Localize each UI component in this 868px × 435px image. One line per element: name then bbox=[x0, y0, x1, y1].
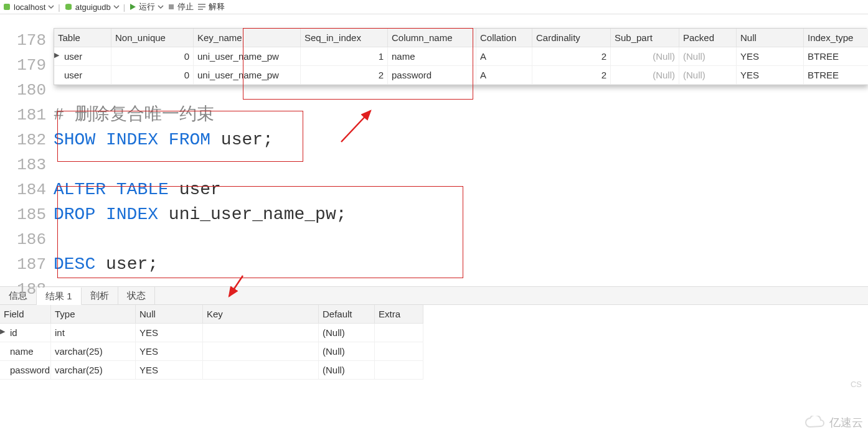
stop-button[interactable]: 停止 bbox=[167, 1, 194, 12]
cell[interactable] bbox=[203, 361, 319, 380]
cell[interactable]: ▶user bbox=[54, 47, 111, 66]
cell[interactable]: uni_user_name_pw bbox=[194, 47, 301, 66]
col-extra[interactable]: Extra bbox=[375, 305, 423, 324]
sql-editor: Table Non_unique Key_name Seq_in_index C… bbox=[0, 14, 868, 286]
cell[interactable] bbox=[375, 361, 423, 380]
cell[interactable]: A bbox=[476, 66, 532, 85]
cell[interactable] bbox=[203, 342, 319, 361]
toolbar: localhost | atguigudb | 运行 停止 解释 bbox=[0, 0, 868, 14]
col-table[interactable]: Table bbox=[54, 29, 111, 47]
code-line: # 删除复合唯一约束 bbox=[54, 103, 868, 128]
code-line: SHOW INDEX FROM user; bbox=[54, 128, 868, 152]
connection-label: localhost bbox=[14, 2, 45, 12]
line-number: 181 bbox=[0, 103, 46, 128]
separator: | bbox=[58, 2, 60, 12]
cell[interactable]: name bbox=[388, 47, 476, 66]
line-number: 183 bbox=[0, 152, 46, 177]
chevron-down-icon bbox=[158, 4, 164, 10]
col-null[interactable]: Null bbox=[737, 29, 804, 47]
chevron-down-icon bbox=[48, 4, 54, 10]
run-button[interactable]: 运行 bbox=[129, 1, 164, 12]
svg-rect-0 bbox=[4, 4, 10, 10]
index-result-grid[interactable]: Table Non_unique Key_name Seq_in_index C… bbox=[54, 29, 866, 85]
cs-watermark: CS bbox=[851, 380, 862, 389]
run-label: 运行 bbox=[139, 1, 155, 12]
cloud-icon bbox=[804, 416, 826, 429]
code-line: DROP INDEX uni_user_name_pw; bbox=[54, 202, 868, 227]
tab-result-1[interactable]: 结果 1 bbox=[37, 288, 82, 305]
svg-rect-2 bbox=[169, 4, 174, 9]
line-number: 179 bbox=[0, 53, 46, 78]
cell[interactable]: ▶id bbox=[0, 324, 51, 342]
cell[interactable]: 1 bbox=[301, 47, 388, 66]
line-number: 187 bbox=[0, 252, 46, 277]
cell[interactable]: 2 bbox=[301, 66, 388, 85]
explain-icon bbox=[197, 3, 206, 11]
code-line bbox=[54, 152, 868, 177]
connection-icon bbox=[2, 2, 11, 11]
cell[interactable]: YES bbox=[136, 324, 203, 342]
col-sub-part[interactable]: Sub_part bbox=[611, 29, 679, 47]
col-type[interactable]: Type bbox=[51, 305, 136, 324]
cell[interactable]: 2 bbox=[532, 66, 611, 85]
row-marker-icon: ▶ bbox=[0, 327, 5, 335]
cell[interactable] bbox=[375, 324, 423, 342]
cell[interactable]: 0 bbox=[111, 47, 194, 66]
col-column-name[interactable]: Column_name bbox=[388, 29, 476, 47]
cell[interactable]: YES bbox=[136, 342, 203, 361]
col-default[interactable]: Default bbox=[319, 305, 375, 324]
cell[interactable]: BTREE bbox=[804, 66, 868, 85]
line-number: 186 bbox=[0, 227, 46, 252]
cell[interactable]: BTREE bbox=[804, 47, 868, 66]
col-collation[interactable]: Collation bbox=[476, 29, 532, 47]
cell[interactable]: password bbox=[0, 361, 51, 380]
cell[interactable]: (Null) bbox=[319, 361, 375, 380]
cell[interactable]: user bbox=[54, 66, 111, 85]
index-result-panel: Table Non_unique Key_name Seq_in_index C… bbox=[54, 28, 867, 85]
col-key-name[interactable]: Key_name bbox=[194, 29, 301, 47]
col-seq-in-index[interactable]: Seq_in_index bbox=[301, 29, 388, 47]
cell[interactable]: int bbox=[51, 324, 136, 342]
desc-result-panel: Field Type Null Key Default Extra ▶id in… bbox=[0, 305, 868, 380]
col-field[interactable]: Field bbox=[0, 305, 51, 324]
stop-label: 停止 bbox=[177, 1, 194, 12]
col-non-unique[interactable]: Non_unique bbox=[111, 29, 194, 47]
database-label: atguigudb bbox=[75, 2, 111, 12]
cell[interactable]: (Null) bbox=[319, 324, 375, 342]
cell[interactable]: (Null) bbox=[319, 342, 375, 361]
separator: | bbox=[123, 2, 125, 12]
desc-result-grid[interactable]: Field Type Null Key Default Extra ▶id in… bbox=[0, 305, 868, 380]
cell[interactable]: YES bbox=[737, 66, 804, 85]
cell[interactable] bbox=[375, 342, 423, 361]
cell[interactable]: name bbox=[0, 342, 51, 361]
cell[interactable]: 2 bbox=[532, 47, 611, 66]
chevron-down-icon bbox=[113, 4, 120, 10]
connection-combo[interactable]: localhost bbox=[2, 2, 54, 12]
cell[interactable]: 0 bbox=[111, 66, 194, 85]
cell[interactable]: varchar(25) bbox=[51, 342, 136, 361]
watermark-text: 亿速云 bbox=[829, 415, 863, 430]
stop-icon bbox=[167, 3, 175, 11]
col-index-type[interactable]: Index_type bbox=[804, 29, 868, 47]
col-null[interactable]: Null bbox=[136, 305, 203, 324]
cell[interactable]: YES bbox=[136, 361, 203, 380]
cell[interactable]: YES bbox=[737, 47, 804, 66]
cell[interactable]: A bbox=[476, 47, 532, 66]
line-number: 185 bbox=[0, 202, 46, 227]
code-line: DESC user; bbox=[54, 252, 868, 277]
cell[interactable]: (Null) bbox=[679, 47, 737, 66]
col-packed[interactable]: Packed bbox=[679, 29, 737, 47]
cell[interactable]: (Null) bbox=[679, 66, 737, 85]
col-cardinality[interactable]: Cardinality bbox=[532, 29, 611, 47]
cell[interactable]: (Null) bbox=[611, 47, 679, 66]
line-number: 180 bbox=[0, 78, 46, 103]
cell[interactable] bbox=[203, 324, 319, 342]
explain-button[interactable]: 解释 bbox=[197, 1, 225, 12]
col-key[interactable]: Key bbox=[203, 305, 319, 324]
cell[interactable]: uni_user_name_pw bbox=[194, 66, 301, 85]
cell[interactable]: varchar(25) bbox=[51, 361, 136, 380]
line-number: 184 bbox=[0, 177, 46, 202]
cell[interactable]: password bbox=[388, 66, 476, 85]
cell[interactable]: (Null) bbox=[611, 66, 679, 85]
database-combo[interactable]: atguigudb bbox=[64, 2, 120, 12]
